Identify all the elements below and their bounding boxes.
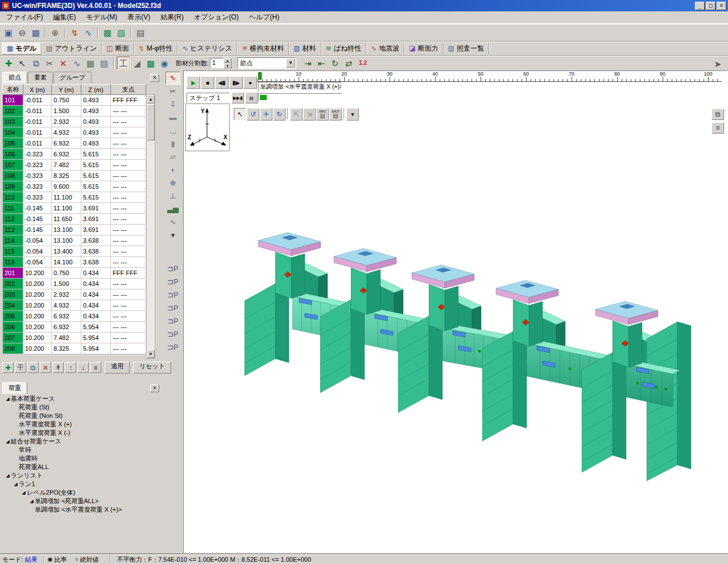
node-name-cell[interactable]: 103: [3, 117, 23, 127]
add-node-icon[interactable]: ✚: [2, 56, 15, 70]
menu-item-h[interactable]: ヘルプ(H): [244, 11, 285, 24]
scrollbar-thumb[interactable]: [147, 104, 155, 140]
apply-button[interactable]: 適用: [105, 362, 130, 374]
node-y-cell[interactable]: 8.325: [52, 171, 81, 181]
model-3d-canvas[interactable]: [184, 71, 727, 553]
local-axis-view-2-icon[interactable]: ⊐P: [166, 275, 180, 288]
more-tools-icon[interactable]: ▾: [166, 229, 180, 242]
filter-rows-icon[interactable]: ≡: [90, 362, 101, 373]
node-x-cell[interactable]: -0.011: [23, 127, 52, 138]
node-z-cell[interactable]: 5.615: [81, 192, 111, 203]
tree-expand-icon[interactable]: ◢: [5, 439, 11, 444]
node-support-cell[interactable]: --- ---: [111, 214, 146, 225]
node-support-cell[interactable]: --- ---: [111, 127, 146, 138]
shot-print-icon[interactable]: SHOT▤: [329, 108, 342, 121]
node-x-cell[interactable]: 10.200: [23, 322, 52, 333]
hysteresis-loop-icon[interactable]: ∿: [81, 26, 95, 40]
node-x-cell[interactable]: -0.323: [23, 192, 52, 203]
node-row[interactable]: 20610.2006.9325.954--- ---: [3, 322, 146, 333]
tree-expand-icon[interactable]: ◢: [20, 490, 27, 495]
pipe-element-icon[interactable]: ◗: [166, 163, 180, 176]
node-x-cell[interactable]: -0.323: [23, 171, 52, 181]
tab-material[interactable]: ▨材料: [289, 43, 321, 55]
node-row[interactable]: 20210.2001.5000.434--- ---: [3, 279, 146, 289]
plate-element-icon[interactable]: ▱: [166, 150, 180, 163]
move-up-icon[interactable]: ↑: [65, 362, 76, 373]
copy-row-icon[interactable]: ⧉: [27, 362, 39, 373]
node-support-cell[interactable]: FFF FFF: [111, 268, 146, 279]
spin-up-icon[interactable]: ▲: [224, 58, 231, 63]
node-y-cell[interactable]: 2.932: [52, 289, 81, 300]
node-x-cell[interactable]: 10.200: [23, 311, 52, 322]
node-x-cell[interactable]: 10.200: [23, 289, 52, 300]
node-tool-icon[interactable]: ⊕: [166, 176, 180, 189]
node-y-cell[interactable]: 6.932: [52, 311, 81, 322]
node-x-cell[interactable]: -0.145: [23, 214, 52, 225]
node-row[interactable]: 105-0.0116.9320.493--- ---: [3, 138, 146, 149]
node-row[interactable]: 113-0.14513.1003.691--- ---: [3, 225, 146, 235]
node-y-cell[interactable]: 13.400: [52, 246, 81, 257]
zoom-out-icon[interactable]: ⊖: [15, 26, 29, 40]
tab-confined-material[interactable]: ✳横拘束材料: [237, 43, 289, 55]
member-division-value[interactable]: 1: [210, 58, 224, 68]
ruler-position-marker[interactable]: [258, 72, 262, 80]
mode-value[interactable]: 結果: [25, 556, 38, 563]
insert-row-icon[interactable]: 干: [15, 362, 26, 373]
tab-elements[interactable]: 要素: [28, 72, 53, 84]
node-support-cell[interactable]: --- ---: [111, 117, 146, 127]
node-x-cell[interactable]: -0.323: [23, 160, 52, 171]
load-tree-item[interactable]: 死荷重 (St): [2, 403, 159, 412]
tab-mphi[interactable]: ↯M-φ特性: [134, 43, 178, 55]
node-y-cell[interactable]: 13.100: [52, 225, 81, 235]
node-x-cell[interactable]: -0.323: [23, 181, 52, 192]
node-name-cell[interactable]: 116: [3, 257, 23, 268]
duplicate-icon[interactable]: ⧉: [29, 56, 43, 70]
node-z-cell[interactable]: 3.638: [81, 246, 111, 257]
node-z-cell[interactable]: 0.434: [81, 311, 111, 322]
zoom-view-icon[interactable]: ↻: [273, 108, 286, 121]
node-x-cell[interactable]: -0.054: [23, 257, 52, 268]
load-tree-item[interactable]: ◢ラン1: [2, 480, 159, 488]
member-bar-icon[interactable]: ▬: [166, 111, 180, 124]
import-data-icon[interactable]: ⇥: [301, 56, 315, 70]
node-name-cell[interactable]: 107: [3, 160, 23, 171]
section-table-icon[interactable]: ▨: [114, 26, 128, 40]
node-row[interactable]: 111-0.14511.1003.691--- ---: [3, 203, 146, 214]
view-more-icon[interactable]: ▾: [346, 108, 359, 121]
move-top-icon[interactable]: ↟: [52, 362, 64, 373]
tab-section[interactable]: ◫断面: [102, 43, 134, 55]
slope-tool-icon[interactable]: ◢: [130, 56, 144, 70]
node-name-cell[interactable]: 105: [3, 138, 23, 149]
node-support-cell[interactable]: --- ---: [111, 149, 146, 160]
skip-to-end-button[interactable]: ▶▶▮: [231, 92, 244, 103]
load-tree-item[interactable]: 単調増加 <水平震度荷重 X (+)>: [2, 505, 159, 514]
cut-member-icon[interactable]: ✂: [166, 85, 180, 98]
close-icon[interactable]: ×: [150, 74, 159, 82]
node-z-cell[interactable]: 5.615: [81, 160, 111, 171]
tab-hysteresis[interactable]: ∿ヒステリシス: [177, 43, 237, 55]
node-name-cell[interactable]: 108: [3, 171, 23, 181]
node-x-cell[interactable]: -0.054: [23, 235, 52, 246]
copy-image-icon[interactable]: ⧉: [712, 109, 724, 120]
node-y-cell[interactable]: 0.750: [52, 268, 81, 279]
node-row[interactable]: 20510.2006.9320.434--- ---: [3, 311, 146, 322]
chevron-down-icon[interactable]: ▼: [286, 59, 295, 68]
node-name-cell[interactable]: 114: [3, 235, 23, 246]
node-y-cell[interactable]: 0.750: [52, 95, 81, 106]
node-y-cell[interactable]: 7.482: [52, 160, 81, 171]
node-z-cell[interactable]: 3.638: [81, 257, 111, 268]
save-icon[interactable]: ▦: [29, 26, 43, 40]
local-axis-view-1-icon[interactable]: ⊐P: [166, 262, 180, 275]
node-row[interactable]: 103-0.0112.9320.493--- ---: [3, 117, 146, 127]
reset-button[interactable]: リセット: [133, 362, 171, 374]
curve-member-icon[interactable]: ◡: [166, 124, 180, 137]
target-type-combobox[interactable]: 節点 ▼: [237, 57, 296, 69]
node-z-cell[interactable]: 3.691: [81, 225, 111, 235]
node-z-cell[interactable]: 0.493: [81, 95, 111, 106]
node-y-cell[interactable]: 14.100: [52, 257, 81, 268]
node-support-cell[interactable]: --- ---: [111, 203, 146, 214]
node-row[interactable]: 106-0.3236.9325.615--- ---: [3, 149, 146, 160]
mesh-tool-icon[interactable]: ▦: [84, 56, 97, 70]
pointer-flash-icon[interactable]: ➤: [711, 57, 725, 70]
node-row[interactable]: 109-0.3239.6005.615--- ---: [3, 181, 146, 192]
